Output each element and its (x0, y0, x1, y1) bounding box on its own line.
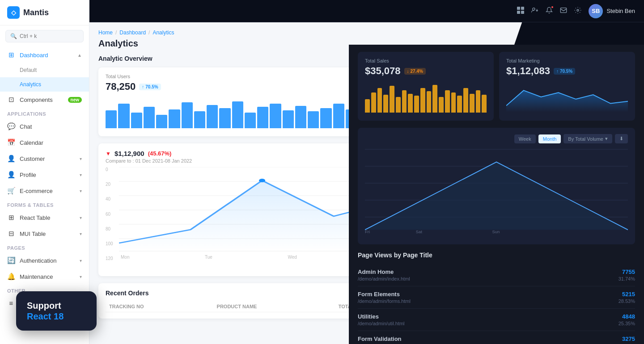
sidebar-item-dashboard[interactable]: ⊞ Dashboard ▲ (0, 47, 89, 63)
card-badge-users: ↑ 70.5% (139, 84, 161, 90)
settings-icon[interactable] (574, 7, 581, 16)
profile-icon: 👤 (7, 171, 15, 179)
sidebar-item-label-maintenance: Maintenance (20, 273, 53, 280)
bar-item (144, 107, 155, 128)
sidebar-item-default[interactable]: Default (0, 63, 89, 77)
card-label-users: Total Users (106, 74, 357, 79)
user-switch-icon[interactable] (531, 7, 538, 16)
maintenance-icon: 🔔 (7, 273, 15, 281)
dark-card-label-sales: Total Sales (365, 58, 487, 63)
user-info[interactable]: SB Stebin Ben (589, 4, 635, 18)
customer-icon: 👤 (7, 155, 15, 163)
components-icon: ⊡ (7, 96, 15, 104)
bar-item (283, 110, 294, 128)
dark-card-value-marketing: $1,12,083 ↑ 70.5% (506, 65, 628, 77)
chevron-down-icon-2: ▾ (80, 172, 82, 177)
bar-item (439, 97, 444, 113)
page-view-item-3: Form Validation /demo/admin/validation.h… (358, 331, 635, 344)
auth-icon: 🔄 (7, 256, 15, 264)
bar-item (118, 104, 129, 128)
user-avatar: SB (589, 4, 603, 18)
income-compare: Compare to : 01 Dec 2021-08 Jan 2022 (106, 158, 192, 164)
sidebar-item-components[interactable]: ⊡ Components new (0, 92, 89, 108)
bar-item (371, 92, 376, 113)
x-label-wed: Wed (288, 255, 297, 260)
sidebar-item-profile[interactable]: 👤 Profile ▾ (0, 167, 89, 183)
pv-name-2: Utilities (358, 313, 619, 320)
bar-item (308, 111, 319, 128)
breadcrumb-home[interactable]: Home (98, 29, 113, 36)
bar-item (451, 92, 456, 113)
bar-item (194, 111, 205, 128)
dark-btn-week[interactable]: Week (514, 134, 536, 143)
sidebar-item-chat[interactable]: 💬 Chat (0, 118, 89, 134)
bar-item (457, 96, 462, 113)
dark-btn-volume[interactable]: By Total Volume▾ (564, 134, 612, 143)
pv-name-0: Admin Home (358, 268, 619, 275)
bar-item (482, 95, 487, 113)
sidebar-item-calendar[interactable]: 📅 Calendar (0, 134, 89, 151)
bar-item (156, 115, 167, 128)
page-views-section: Page Views by Page Title Admin Home /dem… (358, 252, 635, 344)
bar-item (207, 105, 218, 128)
sidebar-item-mui-table[interactable]: ⊟ MUI Table ▾ (0, 226, 89, 242)
bar-item (182, 102, 193, 128)
dark-btn-download[interactable]: ⬇ (615, 134, 628, 143)
bar-item (365, 99, 370, 113)
mail-icon[interactable] (560, 7, 567, 16)
sidebar-item-authentication[interactable]: 🔄 Authentication ▾ (0, 252, 89, 268)
topbar: SB Stebin Ben (89, 0, 644, 22)
bar-item (408, 94, 413, 113)
pv-count-3: 3275 (619, 336, 635, 342)
bar-item (377, 88, 382, 113)
bar-item (333, 104, 344, 128)
dark-card-value-sales: $35,078 ↓ 27.4% (365, 65, 487, 77)
svg-point-4 (533, 8, 535, 10)
notification-badge (551, 5, 554, 9)
menu-icon: ≡ (7, 299, 15, 307)
dark-card-total-marketing: Total Marketing $1,12,083 ↑ 70.5% (499, 52, 635, 121)
sidebar-item-customer[interactable]: 👤 Customer ▾ (0, 151, 89, 167)
pv-pct-0: 31.74% (619, 276, 635, 281)
bell-icon[interactable] (546, 7, 553, 16)
sidebar-item-label-dashboard: Dashboard (20, 52, 48, 59)
search-bar[interactable]: 🔍 (5, 30, 84, 42)
content-dark: Total Sales $35,078 ↓ 27.4% Total Market… (349, 45, 644, 344)
dark-btn-month[interactable]: Month (538, 134, 561, 143)
dark-badge-marketing: ↑ 70.5% (554, 68, 575, 75)
support-toast[interactable]: Support React 18 (89, 291, 97, 331)
gold-bar-chart (365, 81, 487, 113)
sidebar-item-label-customer: Customer (20, 155, 45, 162)
sidebar-item-ecommerce[interactable]: 🛒 E-commerce ▾ (0, 183, 89, 199)
bar-item (106, 110, 117, 128)
bar-item (476, 90, 481, 113)
bar-item (245, 113, 256, 128)
main-wrapper: SB Stebin Ben Home / Dashboard / Analyti… (89, 0, 644, 344)
sidebar-item-react-table[interactable]: ⊞ React Table ▾ (0, 210, 89, 226)
bar-item (320, 108, 331, 128)
income-arrow: ▼ (106, 151, 111, 157)
pv-count-1: 5215 (619, 291, 635, 298)
search-input[interactable] (20, 33, 79, 39)
x-label-mon: Mon (121, 255, 129, 260)
pv-count-2: 4848 (619, 313, 635, 320)
sidebar-logo[interactable]: ◇ Mantis (0, 0, 89, 25)
page-views-title: Page Views by Page Title (358, 252, 635, 259)
user-name: Stebin Ben (606, 8, 635, 14)
sidebar-item-label-analytics: Analytics (20, 81, 41, 88)
chevron-down-icon: ▾ (80, 156, 82, 161)
sidebar-item-analytics[interactable]: Analytics (0, 77, 89, 92)
sidebar-item-maintenance[interactable]: 🔔 Maintenance ▾ (0, 268, 89, 285)
bar-item (402, 90, 407, 113)
svg-text:Sat: Sat (416, 229, 423, 234)
svg-rect-0 (517, 7, 520, 10)
grid-icon[interactable] (517, 7, 524, 16)
dark-badge-sales: ↓ 27.4% (404, 68, 426, 75)
y-axis-labels: 120 100 80 60 40 20 0 (106, 167, 117, 261)
dark-card-total-sales: Total Sales $35,078 ↓ 27.4% (358, 52, 494, 121)
income-amount: $1,12,900 (114, 150, 144, 157)
bar-item (427, 91, 432, 113)
sidebar-item-label-authentication: Authentication (20, 257, 56, 264)
mui-table-icon: ⊟ (7, 230, 15, 238)
breadcrumb-dashboard[interactable]: Dashboard (119, 29, 146, 36)
